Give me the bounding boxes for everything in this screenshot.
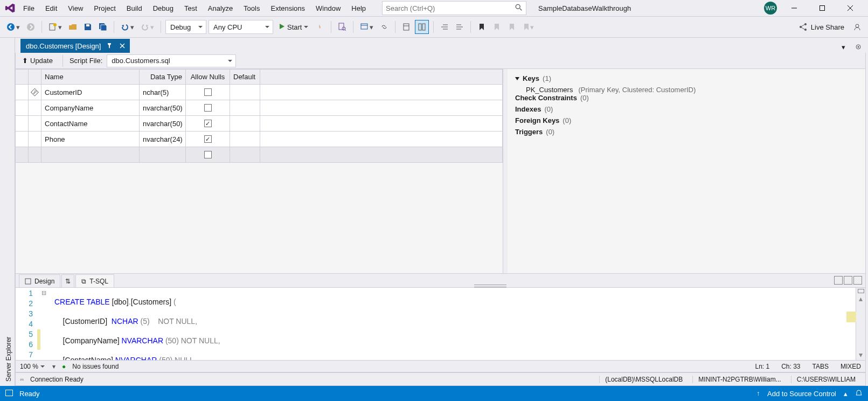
link-button[interactable] [378, 20, 391, 34]
doc-tab-customers[interactable]: dbo.Customers [Design] [20, 39, 130, 53]
menu-project[interactable]: Project [88, 2, 121, 15]
default-cell[interactable] [230, 116, 260, 131]
allownulls-checkbox[interactable] [204, 120, 212, 127]
expand-caret-icon[interactable] [515, 77, 519, 80]
default-cell[interactable] [230, 132, 260, 147]
column-type-cell[interactable]: nchar(5) [140, 85, 186, 100]
allownulls-cell[interactable] [186, 132, 230, 147]
grid-new-row[interactable] [16, 147, 503, 163]
column-name-cell[interactable]: CustomerID [41, 85, 140, 100]
scroll-down-icon[interactable]: ▾ [859, 350, 863, 359]
row-selector[interactable] [16, 100, 29, 115]
row-selector[interactable] [16, 132, 29, 147]
nav-back-button[interactable]: ▾ [4, 20, 22, 34]
menu-help[interactable]: Help [346, 2, 371, 15]
menu-debug[interactable]: Debug [148, 2, 179, 15]
live-share-button[interactable]: Live Share [795, 23, 849, 31]
keys-item[interactable]: PK_Customers (Primary Key, Clustered: Cu… [526, 86, 858, 94]
vertical-splitter[interactable] [503, 69, 508, 273]
default-cell[interactable] [230, 100, 260, 115]
allownulls-checkbox[interactable] [204, 151, 212, 158]
menu-edit[interactable]: Edit [40, 2, 63, 15]
row-selector[interactable] [16, 116, 29, 131]
browser-link-button[interactable]: ▾ [358, 20, 376, 34]
grid-row[interactable]: ⚿CustomerIDnchar(5) [16, 85, 503, 100]
notifications-icon[interactable] [855, 389, 863, 398]
grid-row[interactable]: CompanyNamenvarchar(50) [16, 100, 503, 116]
tab-settings-icon[interactable] [852, 40, 865, 54]
column-name-cell[interactable]: Phone [41, 132, 140, 147]
indexes-section[interactable]: Indexes (0) [515, 105, 858, 113]
default-cell[interactable] [230, 85, 260, 100]
allownulls-cell[interactable] [186, 116, 230, 131]
server-explorer-tab[interactable]: Server Explorer [0, 38, 15, 386]
save-button[interactable] [81, 20, 94, 34]
menu-test[interactable]: Test [179, 2, 203, 15]
minimize-button[interactable] [783, 1, 805, 16]
triggers-section[interactable]: Triggers (0) [515, 128, 858, 136]
sql-scrollbar[interactable]: ▴ ▾ [856, 288, 865, 360]
tsql-tab[interactable]: ⧉ T-SQL [75, 274, 114, 287]
bookmark-next-button[interactable] [505, 20, 518, 34]
search-input[interactable] [386, 4, 515, 12]
column-type-cell[interactable]: nvarchar(50) [140, 100, 186, 115]
update-button[interactable]: ⬆ Update [19, 56, 56, 66]
hot-reload-button[interactable] [314, 20, 327, 34]
tab-dropdown-icon[interactable]: ▾ [837, 40, 850, 54]
allownulls-cell[interactable] [186, 85, 230, 100]
allownulls-checkbox[interactable] [204, 88, 212, 96]
undo-button[interactable]: ▾ [119, 20, 136, 34]
outdent-button[interactable] [438, 20, 451, 34]
start-button[interactable]: Start [275, 20, 311, 34]
column-type-cell[interactable]: nvarchar(50) [140, 116, 186, 131]
source-control-button[interactable]: Add to Source Control [767, 390, 836, 398]
save-all-button[interactable] [96, 20, 109, 34]
new-item-button[interactable]: ▾ [46, 20, 64, 34]
open-button[interactable] [66, 20, 79, 34]
pane-vertical-icon[interactable] [834, 276, 843, 285]
column-name-cell[interactable]: ContactName [41, 116, 140, 131]
solution-explorer-button[interactable] [400, 20, 413, 34]
grid-row[interactable]: Phonenvarchar(24) [16, 132, 503, 147]
menu-extensions[interactable]: Extensions [265, 2, 310, 15]
foreignkeys-section[interactable]: Foreign Keys (0) [515, 116, 858, 125]
pane-horizontal-icon[interactable] [844, 276, 852, 285]
config-dropdown[interactable]: Debug [165, 20, 206, 34]
menu-tools[interactable]: Tools [238, 2, 265, 15]
close-button[interactable] [839, 1, 861, 16]
menu-build[interactable]: Build [121, 2, 148, 15]
column-name-cell[interactable]: CompanyName [41, 100, 140, 115]
user-avatar[interactable]: WR [764, 2, 777, 15]
pane-max-icon[interactable] [853, 276, 862, 285]
sql-editor[interactable]: 1⊟ 2 3 4 5 6 7 CREATE TABLE [dbo].[Custo… [16, 287, 865, 361]
redo-button[interactable]: ▾ [138, 20, 156, 34]
script-file-dropdown[interactable]: dbo.Customers.sql [107, 54, 236, 67]
sql-code[interactable]: CREATE TABLE [dbo].[Customers] ( [Custom… [54, 288, 856, 360]
allownulls-checkbox[interactable] [204, 135, 212, 143]
menu-analyze[interactable]: Analyze [203, 2, 238, 15]
source-control-caret-icon[interactable]: ▴ [844, 390, 848, 398]
close-tab-icon[interactable] [118, 42, 127, 50]
bookmark-prev-button[interactable] [490, 20, 503, 34]
keys-section[interactable]: Keys (1) [515, 74, 858, 82]
allownulls-checkbox[interactable] [204, 104, 212, 112]
swap-tab[interactable]: ⇅ [61, 274, 74, 287]
design-tab[interactable]: Design [19, 274, 60, 287]
split-icon[interactable] [858, 289, 864, 293]
nav-forward-button[interactable] [24, 20, 37, 34]
bookmark-button[interactable] [475, 20, 488, 34]
maximize-button[interactable] [811, 1, 833, 16]
bookmark-clear-button[interactable]: ▾ [520, 20, 536, 34]
search-box[interactable] [382, 1, 526, 15]
feedback-button[interactable] [851, 20, 864, 34]
pin-icon[interactable] [105, 42, 114, 50]
grid-row[interactable]: ContactNamenvarchar(50) [16, 116, 503, 132]
find-in-files-button[interactable] [336, 20, 349, 34]
scroll-up-icon[interactable]: ▴ [859, 294, 863, 303]
properties-button[interactable] [415, 20, 429, 34]
platform-dropdown[interactable]: Any CPU [209, 20, 273, 34]
checkconstraints-section[interactable]: Check Constraints (0) [515, 94, 858, 102]
zoom-dropdown[interactable]: 100 % [20, 363, 46, 370]
menu-window[interactable]: Window [310, 2, 346, 15]
menu-view[interactable]: View [63, 2, 88, 15]
